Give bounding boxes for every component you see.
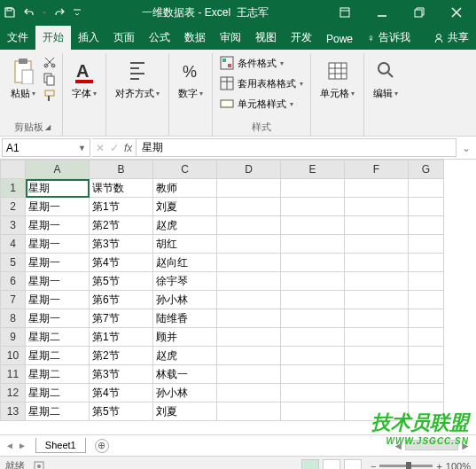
cell-G2[interactable] <box>409 198 444 216</box>
view-page-break-button[interactable] <box>344 459 362 470</box>
horizontal-scrollbar[interactable] <box>405 440 458 450</box>
cell-B3[interactable]: 第2节 <box>90 216 153 235</box>
row-header-10[interactable]: 10 <box>1 347 26 365</box>
col-header-F[interactable]: F <box>345 160 409 179</box>
tab-formulas[interactable]: 公式 <box>142 26 177 50</box>
cell-C5[interactable]: 赵向红 <box>153 254 217 272</box>
cell-D12[interactable] <box>217 384 281 403</box>
cell-F9[interactable] <box>345 328 409 347</box>
view-normal-button[interactable] <box>301 459 319 470</box>
table-format-button[interactable]: 套用表格格式▾ <box>218 75 305 91</box>
cell-D13[interactable] <box>217 403 281 421</box>
cell-F12[interactable] <box>345 384 409 403</box>
cell-B2[interactable]: 第1节 <box>90 198 153 216</box>
minimize-icon[interactable] <box>366 2 398 23</box>
cell-B7[interactable]: 第6节 <box>90 291 153 309</box>
format-painter-icon[interactable] <box>43 89 57 103</box>
cell-C12[interactable]: 孙小林 <box>153 384 217 403</box>
tab-home[interactable]: 开始 <box>35 26 71 50</box>
cell-C9[interactable]: 顾并 <box>153 328 217 347</box>
cut-icon[interactable] <box>43 55 57 69</box>
cell-F2[interactable] <box>345 198 409 216</box>
sheet-tab-sheet1[interactable]: Sheet1 <box>35 438 86 453</box>
cell-E6[interactable] <box>281 272 345 291</box>
cell-A12[interactable]: 星期二 <box>26 384 90 403</box>
cell-C2[interactable]: 刘夏 <box>153 198 217 216</box>
cell-G11[interactable] <box>409 365 444 384</box>
cell-A3[interactable]: 星期一 <box>26 216 90 235</box>
cell-A13[interactable]: 星期二 <box>26 403 90 421</box>
cell-C7[interactable]: 孙小林 <box>153 291 217 309</box>
cell-A7[interactable]: 星期一 <box>26 291 90 309</box>
cell-C8[interactable]: 陆维香 <box>153 309 217 328</box>
cell-G5[interactable] <box>409 254 444 272</box>
cell-F4[interactable] <box>345 235 409 254</box>
cell-C3[interactable]: 赵虎 <box>153 216 217 235</box>
worksheet-grid[interactable]: ABCDEFG1星期课节数教师2星期一第1节刘夏3星期一第2节赵虎4星期一第3节… <box>0 160 476 434</box>
cell-D4[interactable] <box>217 235 281 254</box>
tab-tellme[interactable]: ♀告诉我 <box>360 26 417 50</box>
cell-D5[interactable] <box>217 254 281 272</box>
cell-E2[interactable] <box>281 198 345 216</box>
cell-C1[interactable]: 教师 <box>153 179 217 198</box>
cell-D10[interactable] <box>217 347 281 365</box>
cell-E9[interactable] <box>281 328 345 347</box>
fx-icon[interactable]: fx <box>124 142 132 154</box>
tab-review[interactable]: 审阅 <box>213 26 248 50</box>
ribbon-options-icon[interactable] <box>329 2 361 23</box>
chevron-down-icon[interactable]: ▼ <box>78 144 86 152</box>
cell-B4[interactable]: 第3节 <box>90 235 153 254</box>
number-button[interactable]: % 数字▾ <box>175 55 207 103</box>
cell-B1[interactable]: 课节数 <box>90 179 153 198</box>
share-button[interactable]: 共享 <box>426 26 476 50</box>
cell-B9[interactable]: 第1节 <box>90 328 153 347</box>
zoom-in-icon[interactable]: + <box>436 461 441 470</box>
cell-E10[interactable] <box>281 347 345 365</box>
tab-insert[interactable]: 插入 <box>71 26 106 50</box>
cell-G6[interactable] <box>409 272 444 291</box>
cell-E3[interactable] <box>281 216 345 235</box>
cell-D3[interactable] <box>217 216 281 235</box>
cell-G13[interactable] <box>409 403 444 421</box>
row-header-2[interactable]: 2 <box>1 198 26 216</box>
col-header-G[interactable]: G <box>409 160 444 179</box>
cell-F1[interactable] <box>345 179 409 198</box>
tab-view[interactable]: 视图 <box>248 26 284 50</box>
sheet-prev-icon[interactable]: ◄ <box>5 441 14 450</box>
cell-F11[interactable] <box>345 365 409 384</box>
add-sheet-button[interactable]: ⊕ <box>95 439 109 453</box>
cell-F7[interactable] <box>345 291 409 309</box>
cell-D2[interactable] <box>217 198 281 216</box>
cell-C11[interactable]: 林载一 <box>153 365 217 384</box>
row-header-6[interactable]: 6 <box>1 272 26 291</box>
row-header-5[interactable]: 5 <box>1 254 26 272</box>
row-header-1[interactable]: 1 <box>1 179 26 198</box>
cell-B6[interactable]: 第5节 <box>90 272 153 291</box>
cell-A6[interactable]: 星期一 <box>26 272 90 291</box>
cells-button[interactable]: 单元格▾ <box>316 55 358 103</box>
undo-dropdown-icon[interactable]: ▾ <box>43 9 46 17</box>
cell-G4[interactable] <box>409 235 444 254</box>
font-button[interactable]: A 字体▾ <box>68 55 100 103</box>
cell-D9[interactable] <box>217 328 281 347</box>
cell-C10[interactable]: 赵虎 <box>153 347 217 365</box>
row-header-4[interactable]: 4 <box>1 235 26 254</box>
row-header-11[interactable]: 11 <box>1 365 26 384</box>
cell-C4[interactable]: 胡红 <box>153 235 217 254</box>
copy-icon[interactable] <box>43 72 57 86</box>
alignment-button[interactable]: 对齐方式▾ <box>112 55 163 103</box>
cell-D6[interactable] <box>217 272 281 291</box>
cell-E7[interactable] <box>281 291 345 309</box>
cell-G9[interactable] <box>409 328 444 347</box>
cell-D11[interactable] <box>217 365 281 384</box>
row-header-9[interactable]: 9 <box>1 328 26 347</box>
zoom-slider[interactable] <box>379 465 433 467</box>
accept-formula-icon[interactable]: ✓ <box>110 142 119 154</box>
cell-E4[interactable] <box>281 235 345 254</box>
cell-B8[interactable]: 第7节 <box>90 309 153 328</box>
col-header-C[interactable]: C <box>153 160 217 179</box>
sheet-next-icon[interactable]: ► <box>18 441 27 450</box>
cell-G3[interactable] <box>409 216 444 235</box>
editing-button[interactable]: 编辑▾ <box>370 55 402 103</box>
cell-B11[interactable]: 第3节 <box>90 365 153 384</box>
